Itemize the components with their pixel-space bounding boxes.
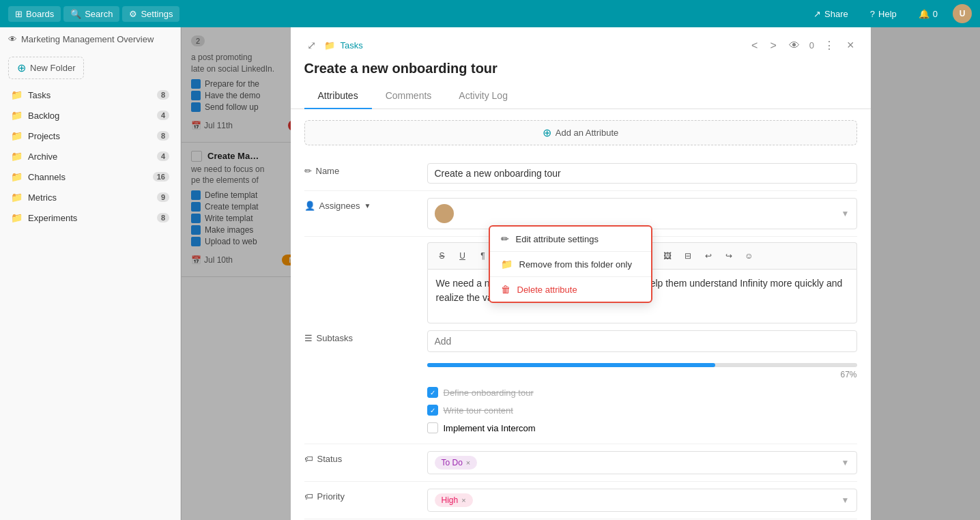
collapse-icon[interactable]: ⤢: [304, 38, 319, 53]
folder-icon: 📁: [11, 89, 23, 100]
subtask-item: Define onboarding tour: [427, 384, 857, 401]
emoji-btn[interactable]: ☺: [740, 247, 758, 265]
status-remove-button[interactable]: ×: [466, 459, 470, 467]
folder-icon: 📁: [11, 130, 23, 141]
sidebar-item-archive[interactable]: 📁 Archive 4: [0, 146, 180, 167]
share-icon: ↗: [813, 9, 821, 19]
eye-icon-btn[interactable]: 👁: [786, 38, 803, 53]
plus-icon: ⊕: [543, 126, 551, 139]
subtask-item: Write tour content: [427, 401, 857, 419]
settings-button[interactable]: ⚙ Settings: [122, 6, 179, 22]
sidebar-item-label: Experiments: [28, 213, 77, 223]
folder-icon: 📁: [11, 151, 23, 162]
notifications-count: 0: [933, 9, 938, 19]
pencil-icon: ✏: [304, 166, 312, 176]
settings-icon: ⚙: [129, 9, 137, 19]
priority-tag-icon: 🏷: [304, 491, 313, 502]
status-label: Status: [317, 454, 343, 464]
boards-icon: ⊞: [15, 9, 23, 19]
sidebar-item-experiments[interactable]: 📁 Experiments 8: [0, 207, 180, 228]
share-button[interactable]: ↗ Share: [807, 6, 855, 22]
eye-icon: 👁: [8, 34, 17, 44]
subtask-checkbox-2[interactable]: [427, 405, 438, 416]
sidebar-item-tasks[interactable]: 📁 Tasks 8: [0, 85, 180, 105]
sidebar-item-label: Metrics: [28, 192, 57, 203]
status-tag: To Do ×: [435, 456, 478, 470]
subtasks-icon: ☰: [304, 333, 313, 343]
redo-btn[interactable]: ↪: [720, 247, 738, 265]
boards-button[interactable]: ⊞ Boards: [8, 6, 61, 22]
sidebar-item-badge: 16: [153, 172, 169, 182]
boards-label: Boards: [26, 9, 54, 19]
sidebar-item-label: Projects: [28, 131, 60, 141]
folder-icon: 📁: [11, 110, 23, 121]
folder-path-icon: 📁: [324, 40, 335, 50]
underline-btn[interactable]: U: [454, 247, 472, 265]
modal-overlay[interactable]: ⤢ 📁 Tasks < > 👁 0 ⋮ × Create a new onboa…: [181, 27, 980, 520]
view-count: 0: [809, 40, 814, 50]
subtasks-attribute-row: ☰ Subtasks 67%: [304, 323, 857, 444]
modal-body: ⊕ Add an Attribute ✏ Name: [291, 109, 871, 520]
sidebar-item-label: Channels: [28, 172, 66, 182]
tab-activity-log[interactable]: Activity Log: [445, 83, 521, 109]
top-navigation: ⊞ Boards 🔍 Search ⚙ Settings ↗ Share ? H…: [0, 0, 980, 27]
tab-comments[interactable]: Comments: [372, 83, 446, 109]
help-label: Help: [878, 9, 897, 19]
user-icon: 👤: [304, 201, 315, 211]
context-menu-item-remove[interactable]: 📁 Remove from this folder only: [490, 252, 651, 276]
subtask-checkbox-3[interactable]: [427, 422, 438, 433]
context-menu-label-remove: Remove from this folder only: [519, 259, 632, 270]
dropdown-chevron-icon: ▼: [841, 209, 850, 218]
table-btn[interactable]: ⊟: [679, 247, 697, 265]
sidebar-item-projects[interactable]: 📁 Projects 8: [0, 126, 180, 146]
tab-attributes[interactable]: Attributes: [304, 83, 372, 109]
folder-icon: 📁: [11, 212, 23, 223]
modal-header: ⤢ 📁 Tasks < > 👁 0 ⋮ ×: [291, 27, 871, 54]
add-attribute-button[interactable]: ⊕ Add an Attribute: [304, 120, 857, 145]
subtasks-input[interactable]: [427, 330, 857, 352]
strikethrough-btn[interactable]: S: [433, 247, 451, 265]
context-menu: ✏ Edit attribute settings 📁 Remove from …: [489, 225, 652, 303]
priority-remove-button[interactable]: ×: [461, 496, 465, 504]
sidebar: 👁 Marketing Management Overview ⊕ New Fo…: [0, 27, 181, 520]
subtask-label-2: Write tour content: [444, 405, 513, 416]
sidebar-item-label: Archive: [28, 151, 57, 162]
image-btn[interactable]: 🖼: [659, 247, 676, 265]
more-options-button[interactable]: ⋮: [821, 38, 837, 53]
subtasks-label: Subtasks: [317, 333, 353, 343]
sidebar-item-label: Backlog: [28, 111, 59, 121]
sidebar-item-badge: 4: [157, 151, 169, 161]
status-attribute-row: 🏷 Status To Do × ▼: [304, 444, 857, 482]
sidebar-item-badge: 9: [157, 192, 169, 202]
prev-button[interactable]: <: [749, 38, 760, 53]
avatar[interactable]: U: [953, 4, 972, 23]
sidebar-item-channels[interactable]: 📁 Channels 16: [0, 167, 180, 187]
close-button[interactable]: ×: [844, 37, 857, 54]
undo-btn[interactable]: ↩: [700, 247, 717, 265]
subtask-label-1: Define onboarding tour: [444, 388, 534, 398]
context-menu-label-edit: Edit attribute settings: [516, 234, 599, 244]
priority-dropdown-icon: ▼: [841, 495, 850, 505]
next-button[interactable]: >: [767, 38, 779, 53]
priority-attribute-row: 🏷 Priority High × ▼: [304, 482, 857, 519]
sidebar-item-metrics[interactable]: 📁 Metrics 9: [0, 187, 180, 207]
sidebar-item-backlog[interactable]: 📁 Backlog 4: [0, 105, 180, 126]
context-menu-item-edit[interactable]: ✏ Edit attribute settings: [490, 227, 651, 251]
notifications-button[interactable]: 🔔 0: [912, 6, 945, 22]
help-button[interactable]: ? Help: [863, 6, 904, 22]
help-icon: ?: [870, 9, 875, 19]
search-button[interactable]: 🔍 Search: [63, 6, 119, 22]
sidebar-heading: 👁 Marketing Management Overview: [0, 27, 180, 51]
name-input[interactable]: [427, 163, 857, 184]
status-field[interactable]: To Do × ▼: [427, 451, 857, 474]
breadcrumb[interactable]: Tasks: [341, 40, 363, 50]
new-folder-button[interactable]: ⊕ New Folder: [8, 57, 84, 79]
priority-tag: High ×: [435, 493, 473, 507]
priority-field[interactable]: High × ▼: [427, 489, 857, 512]
subtask-checkbox-1[interactable]: [427, 387, 438, 398]
plus-icon: ⊕: [17, 61, 26, 74]
sidebar-heading-text: Marketing Management Overview: [21, 34, 154, 44]
edit-icon: ✏: [501, 233, 509, 244]
modal-title: Create a new onboarding tour: [291, 54, 871, 76]
context-menu-item-delete[interactable]: 🗑 Delete attribute: [490, 277, 651, 302]
